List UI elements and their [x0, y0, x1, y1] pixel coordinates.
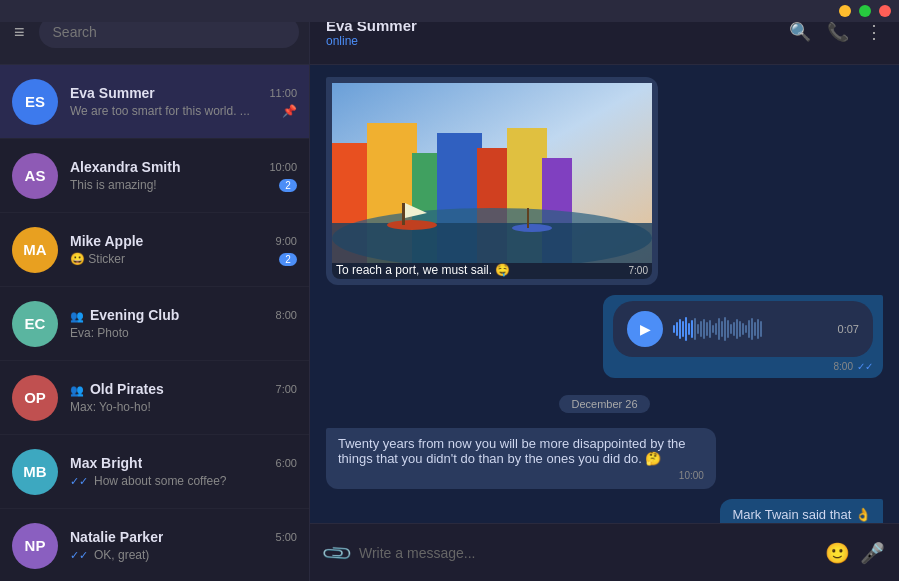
message-input[interactable]	[359, 545, 815, 561]
chat-info: 👥 Old Pirates 7:00 Max: Yo-ho-ho!	[70, 381, 297, 414]
message-text: Mark Twain said that 👌	[732, 507, 871, 522]
chat-preview: ✓✓ OK, great)	[70, 548, 149, 562]
chat-time: 11:00	[262, 87, 297, 99]
more-icon[interactable]: ⋮	[865, 21, 883, 43]
wave-bar	[712, 325, 714, 333]
message-row: ▶	[326, 295, 883, 378]
messages-area[interactable]: To reach a port, we must sail. 🤤 7:00 ▶	[310, 65, 899, 523]
wave-bar	[679, 319, 681, 339]
bubble-meta: 10:00	[338, 470, 704, 481]
chat-header-status: online	[326, 34, 789, 48]
group-icon: 👥	[70, 310, 84, 322]
svg-rect-14	[527, 208, 529, 228]
wave-bar	[751, 318, 753, 340]
chat-top: 👥 Evening Club 8:00	[70, 307, 297, 323]
emoji-button[interactable]: 🙂	[825, 541, 850, 565]
photo-image	[332, 83, 652, 263]
chat-time: 10:00	[262, 161, 297, 173]
date-separator: December 26	[326, 394, 883, 412]
chat-name: Alexandra Smith	[70, 159, 180, 175]
play-button[interactable]: ▶	[627, 311, 663, 347]
chat-top: Eva Summer 11:00	[70, 85, 297, 101]
avatar: AS	[12, 153, 58, 199]
wave-bar	[706, 322, 708, 336]
voice-msg-content: ▶	[613, 301, 873, 357]
photo-time: 7:00	[629, 265, 648, 276]
chat-item-max-bright[interactable]: MB Max Bright 6:00 ✓✓ How about some cof…	[0, 435, 309, 509]
wave-bar	[709, 320, 711, 338]
maximize-button[interactable]: □	[859, 5, 871, 17]
chat-top: Natalie Parker 5:00	[70, 529, 297, 545]
chat-bottom: ✓✓ OK, great)	[70, 548, 297, 562]
chat-item-old-pirates[interactable]: OP 👥 Old Pirates 7:00 Max: Yo-ho-ho!	[0, 361, 309, 435]
chat-top: Max Bright 6:00	[70, 455, 297, 471]
avatar: OP	[12, 375, 58, 421]
message-row: To reach a port, we must sail. 🤤 7:00	[326, 77, 883, 285]
wave-bar	[724, 317, 726, 341]
mic-button[interactable]: 🎤	[860, 541, 885, 565]
wave-bar	[730, 324, 732, 334]
chat-bottom: 😀 Sticker 2	[70, 252, 297, 266]
wave-bar	[727, 320, 729, 338]
chat-item-evening-club[interactable]: EC 👥 Evening Club 8:00 Eva: Photo	[0, 287, 309, 361]
chat-bottom: We are too smart for this world. ... 📌	[70, 104, 297, 118]
message-text: Twenty years from now you will be more d…	[338, 436, 686, 466]
avatar: MA	[12, 227, 58, 273]
svg-rect-11	[402, 203, 405, 225]
chat-preview: Max: Yo-ho-ho!	[70, 400, 151, 414]
unread-badge: 2	[279, 253, 297, 266]
wave-bar	[748, 320, 750, 338]
bubble-time: 10:00	[679, 470, 704, 481]
close-button[interactable]: ✕	[879, 5, 891, 17]
avatar: MB	[12, 449, 58, 495]
unread-badge: 2	[279, 179, 297, 192]
input-area: 📎 🙂 🎤	[310, 523, 899, 581]
bubble-meta: 8:00 ✓✓	[613, 361, 873, 372]
sidebar: ≡ ES Eva Summer 11:00 We are too smart f…	[0, 0, 310, 581]
wave-bar	[739, 321, 741, 337]
chat-bottom: This is amazing! 2	[70, 178, 297, 192]
chat-bottom: Max: Yo-ho-ho!	[70, 400, 297, 414]
chat-time: 9:00	[262, 235, 297, 247]
chat-info: Natalie Parker 5:00 ✓✓ OK, great)	[70, 529, 297, 562]
attach-button[interactable]: 📎	[319, 535, 354, 570]
wave-bar	[676, 322, 678, 336]
chat-item-mike-apple[interactable]: MA Mike Apple 9:00 😀 Sticker 2	[0, 213, 309, 287]
wave-bar	[697, 324, 699, 334]
chat-bottom: Eva: Photo	[70, 326, 297, 340]
wave-bar	[718, 318, 720, 340]
voice-duration: 0:07	[838, 323, 859, 335]
chat-preview: Eva: Photo	[70, 326, 129, 340]
chat-info: Eva Summer 11:00 We are too smart for th…	[70, 85, 297, 118]
chat-area: Eva Summer online 🔍 📞 ⋮	[310, 0, 899, 581]
read-tick-icon: ✓✓	[70, 549, 88, 562]
chat-preview: This is amazing!	[70, 178, 157, 192]
chat-header-actions: 🔍 📞 ⋮	[789, 21, 883, 43]
wave-bar	[721, 321, 723, 337]
minimize-button[interactable]: −	[839, 5, 851, 17]
chat-item-alexandra-smith[interactable]: AS Alexandra Smith 10:00 This is amazing…	[0, 139, 309, 213]
chat-top: 👥 Old Pirates 7:00	[70, 381, 297, 397]
wave-bar	[694, 318, 696, 340]
title-bar: − □ ✕	[0, 0, 899, 22]
chat-item-eva-summer[interactable]: ES Eva Summer 11:00 We are too smart for…	[0, 65, 309, 139]
chat-preview: We are too smart for this world. ...	[70, 104, 250, 118]
avatar: NP	[12, 523, 58, 569]
chat-name: Eva Summer	[70, 85, 155, 101]
chat-name: 👥 Evening Club	[70, 307, 179, 323]
chat-bottom: ✓✓ How about some coffee?	[70, 474, 297, 488]
chat-info: Max Bright 6:00 ✓✓ How about some coffee…	[70, 455, 297, 488]
read-tick-icon: ✓✓	[857, 361, 873, 372]
svg-point-13	[512, 224, 552, 232]
photo-caption: To reach a port, we must sail. 🤤	[336, 263, 510, 277]
wave-bar	[745, 325, 747, 333]
chat-item-natalie-parker[interactable]: NP Natalie Parker 5:00 ✓✓ OK, great)	[0, 509, 309, 581]
chat-info: Mike Apple 9:00 😀 Sticker 2	[70, 233, 297, 266]
wave-bar	[703, 319, 705, 339]
wave-bar	[682, 321, 684, 337]
call-icon[interactable]: 📞	[827, 21, 849, 43]
search-icon[interactable]: 🔍	[789, 21, 811, 43]
svg-point-10	[387, 220, 437, 230]
wave-bar	[715, 323, 717, 335]
photo-message: To reach a port, we must sail. 🤤 7:00	[326, 77, 658, 285]
